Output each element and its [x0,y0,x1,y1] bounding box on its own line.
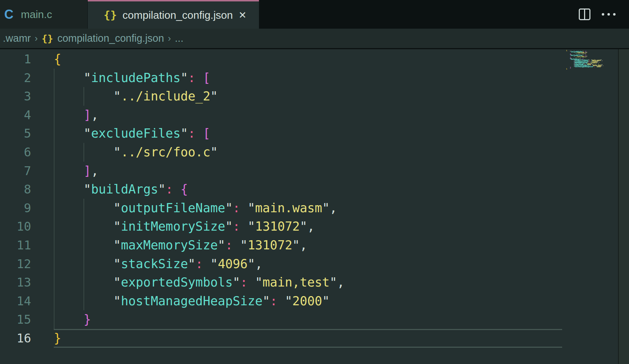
line-number: 9 [0,199,31,218]
breadcrumb-file[interactable]: compilation_config.json [57,33,164,44]
code-line: "buildArgs": { [54,180,345,199]
line-number: 14 [0,292,31,311]
editor-actions [579,0,629,29]
code-line: ], [54,162,345,180]
json-braces-icon: {} [104,10,117,21]
line-number: 2 [0,69,31,87]
tab-compilation-config-json[interactable]: {} compilation_config.json ✕ [88,0,259,29]
breadcrumb: .wamr › {} compilation_config.json › ... [0,29,629,49]
line-number: 15 [0,310,31,329]
line-number: 13 [0,273,31,292]
code-line: "../src/foo.c" [54,143,345,162]
tab-label: main.c [21,8,52,21]
vscode-window: C main.c {} compilation_config.json ✕ .w… [0,0,629,364]
code-line: "hostManagedHeapSize": "2000" [54,292,345,311]
scrollbar-track[interactable] [618,49,629,364]
json-braces-icon: {} [42,33,53,44]
breadcrumb-symbol[interactable]: ... [175,33,183,44]
line-numbers: 12345678910111213141516 [0,50,31,348]
code-line: { [54,50,345,69]
line-number: 3 [0,87,31,106]
code-line: ], [54,106,345,125]
c-language-icon: C [4,8,13,21]
code-line: "exportedSymbols": "main,test", [54,273,345,292]
code-line: "includePaths": [ [54,69,345,87]
code-content[interactable]: { "includePaths": [ "../include_2" ], "e… [54,50,345,348]
line-number: 8 [0,180,31,199]
line-number: 5 [0,124,31,143]
line-number: 11 [0,236,31,255]
line-number: 16 [0,329,31,348]
code-line: "initMemorySize": "131072", [54,217,345,236]
breadcrumb-folder[interactable]: .wamr [3,33,31,44]
code-line: "../include_2" [54,87,345,106]
code-line: "outputFileName": "main.wasm", [54,199,345,218]
minimap-line: } [566,69,618,70]
minimap[interactable]: { "includePaths": [ "../include_2" ], "e… [566,50,618,70]
line-number: 1 [0,50,31,69]
editor-tab-bar: C main.c {} compilation_config.json ✕ [0,0,629,29]
split-editor-icon[interactable] [579,8,590,20]
code-editor[interactable]: 12345678910111213141516 { "includePaths"… [0,49,629,364]
line-number: 4 [0,106,31,125]
more-actions-icon[interactable] [602,13,616,16]
tab-label: compilation_config.json [122,9,233,21]
line-number: 7 [0,162,31,180]
code-line: "stackSize": "4096", [54,255,345,273]
code-line: } [54,310,345,329]
chevron-right-icon: › [35,33,38,44]
code-line: "maxMemorySize": "131072", [54,236,345,255]
line-number: 12 [0,255,31,273]
code-line: "excludeFiles": [ [54,124,345,143]
chevron-right-icon: › [168,33,171,44]
line-number: 10 [0,217,31,236]
code-line: } [54,329,345,348]
tab-main-c[interactable]: C main.c [0,0,87,29]
line-number: 6 [0,143,31,162]
close-tab-icon[interactable]: ✕ [238,10,247,21]
